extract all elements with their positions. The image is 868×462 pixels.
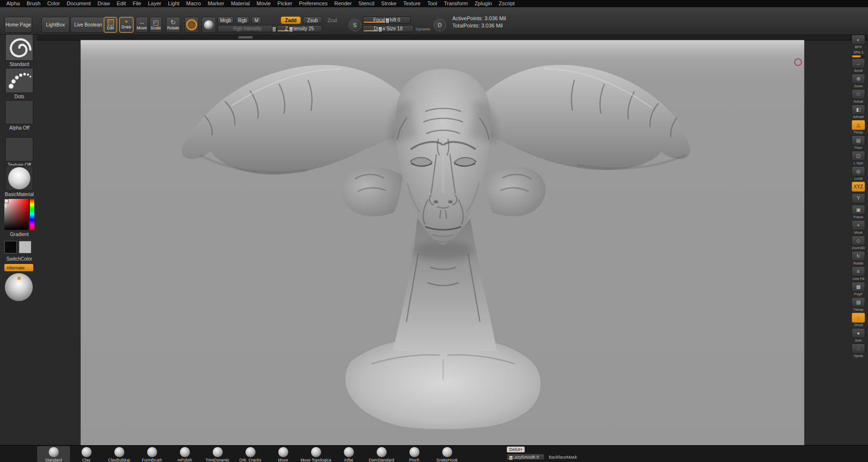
tray-brush[interactable]: mPolish	[168, 446, 201, 462]
rgb-intensity-slider[interactable]: Rgb Intensity	[217, 25, 277, 32]
tray-brush[interactable]: FormBrush	[136, 446, 168, 462]
draw-button[interactable]: * Draw	[119, 17, 134, 33]
menu-item[interactable]: Marker	[204, 0, 228, 7]
tray-brush[interactable]: ClayBuildup	[103, 446, 136, 462]
menu-item[interactable]: Zscript	[495, 0, 518, 7]
right-shelf-button[interactable]: ∴ Xpose	[852, 343, 865, 358]
mrgb-button[interactable]: Mrgb	[217, 16, 234, 24]
current-stroke-thumbnail[interactable]	[5, 68, 33, 93]
menu-item[interactable]: Brush	[23, 0, 44, 7]
rotate-button[interactable]: ↻ Rotate	[166, 17, 180, 33]
menu-item[interactable]: Render	[331, 0, 355, 7]
menu-item[interactable]: Layer	[145, 0, 165, 7]
current-brush-thumbnail[interactable]	[5, 34, 33, 61]
bpr-button[interactable]: ◐	[852, 35, 865, 45]
right-shelf-button[interactable]: ⊕ Zoom	[852, 74, 865, 88]
right-shelf-button[interactable]: ↻ Rotate	[852, 251, 865, 265]
right-shelf-button[interactable]: ≡ Line Fill	[852, 266, 865, 281]
menu-item[interactable]: Document	[63, 0, 94, 7]
zadd-button[interactable]: Zadd	[281, 16, 301, 24]
right-shelf-button[interactable]: ▨ Transp	[852, 297, 865, 312]
stroke-preview-button[interactable]	[184, 17, 199, 33]
lightbox-button[interactable]: LightBox	[41, 17, 69, 33]
rgb-button[interactable]: Rgb	[236, 16, 249, 24]
deluh-badge[interactable]: DelUH	[507, 447, 525, 452]
menu-item[interactable]: Material	[228, 0, 253, 7]
menu-item[interactable]: Zplugin	[471, 0, 495, 7]
backfacemask-label[interactable]: BackfaceMask	[549, 455, 577, 460]
right-shelf-button[interactable]: □ Actual	[852, 89, 865, 104]
menu-item[interactable]: Draw	[94, 0, 113, 7]
tray-brush[interactable]: Clay	[70, 446, 103, 462]
menu-item[interactable]: Edit	[113, 0, 129, 7]
menu-item[interactable]: Alpha	[3, 0, 23, 7]
tray-brush[interactable]: Inflat	[332, 446, 365, 462]
canvas-target-icon[interactable]	[794, 58, 802, 66]
saturation-value-square[interactable]	[4, 199, 28, 230]
live-boolean-button[interactable]: Live Boolean	[70, 17, 106, 33]
tray-brush[interactable]: TrimDynamic	[201, 446, 234, 462]
right-shelf-button[interactable]: ◌ Ghost	[852, 313, 865, 327]
menu-item[interactable]: Stencil	[355, 0, 378, 7]
tray-brush[interactable]: SnakeHook	[431, 446, 463, 462]
color-preview-sphere[interactable]	[5, 273, 33, 301]
main-color-swatch[interactable]	[4, 241, 17, 253]
menu-item[interactable]: Movie	[253, 0, 274, 7]
dynamic-label[interactable]: Dynamic	[416, 27, 431, 31]
edit-button[interactable]: Edit	[104, 17, 117, 33]
tray-brush[interactable]: Move Topologica	[299, 446, 332, 462]
menu-item[interactable]: Transform	[440, 0, 471, 7]
zcut-button[interactable]: Zcut	[324, 16, 340, 24]
secondary-color-swatch[interactable]	[19, 241, 31, 253]
color-picker[interactable]: 1	[4, 199, 34, 230]
tray-brush[interactable]: Move	[267, 446, 299, 462]
hue-strip[interactable]	[30, 199, 34, 230]
document-canvas[interactable]	[81, 40, 804, 446]
focal-shift-slider[interactable]: Focal Shift 0	[363, 16, 411, 24]
lazysmooth-slider[interactable]: LazySmooth 0	[507, 454, 544, 460]
alternate-button[interactable]: Alternate	[4, 264, 33, 271]
m-button[interactable]: M	[251, 16, 262, 24]
menu-item[interactable]: Stroke	[378, 0, 400, 7]
zsub-button[interactable]: Zsub	[303, 16, 322, 24]
menu-item[interactable]: Light	[164, 0, 183, 7]
z-intensity-slider[interactable]: Z Intensity 25	[277, 25, 322, 32]
sculpt-model[interactable]	[81, 40, 804, 446]
menu-item[interactable]: Texture	[400, 0, 424, 7]
dynamic-subdiv-button[interactable]: D	[434, 19, 446, 31]
right-shelf-button[interactable]: ↔ Scroll	[852, 58, 865, 73]
spix-slider[interactable]	[852, 55, 865, 57]
right-shelf-button[interactable]: ◧ AAHalf	[852, 105, 865, 119]
right-shelf-button[interactable]: ◎ Local	[852, 166, 865, 181]
texture-off-thumbnail[interactable]	[5, 137, 33, 161]
tray-brush[interactable]: Pinch	[398, 446, 431, 462]
scale-button[interactable]: ◰ Scale	[149, 17, 162, 33]
sculptris-pro-button[interactable]: S	[349, 19, 361, 31]
material-thumbnail[interactable]	[5, 166, 33, 191]
right-shelf-button[interactable]: ● Solo	[852, 328, 865, 343]
menu-item[interactable]: File	[129, 0, 145, 7]
material-preview-button[interactable]	[202, 17, 216, 33]
move-button[interactable]: ↔ Move	[136, 17, 148, 33]
right-shelf-button[interactable]: + Move	[852, 220, 865, 235]
alpha-off-thumbnail[interactable]	[5, 100, 33, 124]
right-shelf-button[interactable]: ◫ L.Sym	[852, 151, 865, 165]
tray-brush[interactable]: Standard	[37, 446, 70, 462]
menu-item[interactable]: Color	[44, 0, 63, 7]
menu-item[interactable]: Macro	[183, 0, 204, 7]
tray-brush[interactable]: Orb_Cracks	[234, 446, 267, 462]
tray-brush[interactable]: DamStandard	[365, 446, 398, 462]
menu-item[interactable]: Preferences	[296, 0, 331, 7]
menu-item[interactable]: Tool	[424, 0, 440, 7]
strip-scroll-thumb[interactable]	[238, 36, 253, 39]
right-shelf-button[interactable]: ▤ Floor	[852, 135, 865, 150]
right-shelf-button[interactable]: △ Persp	[852, 120, 865, 134]
right-shelf-button[interactable]: ▩ PolyF	[852, 282, 865, 296]
home-page-button[interactable]: Home Page	[4, 17, 32, 33]
right-shelf-button[interactable]: ▣ Frame	[852, 205, 865, 219]
right-shelf-button[interactable]: Y	[852, 193, 865, 204]
right-shelf-button[interactable]: XYZ	[852, 182, 865, 192]
draw-size-slider[interactable]: Draw Size 18	[363, 25, 414, 32]
right-shelf-button[interactable]: ◇ Zoom3D	[852, 236, 865, 250]
menu-item[interactable]: Picker	[274, 0, 296, 7]
